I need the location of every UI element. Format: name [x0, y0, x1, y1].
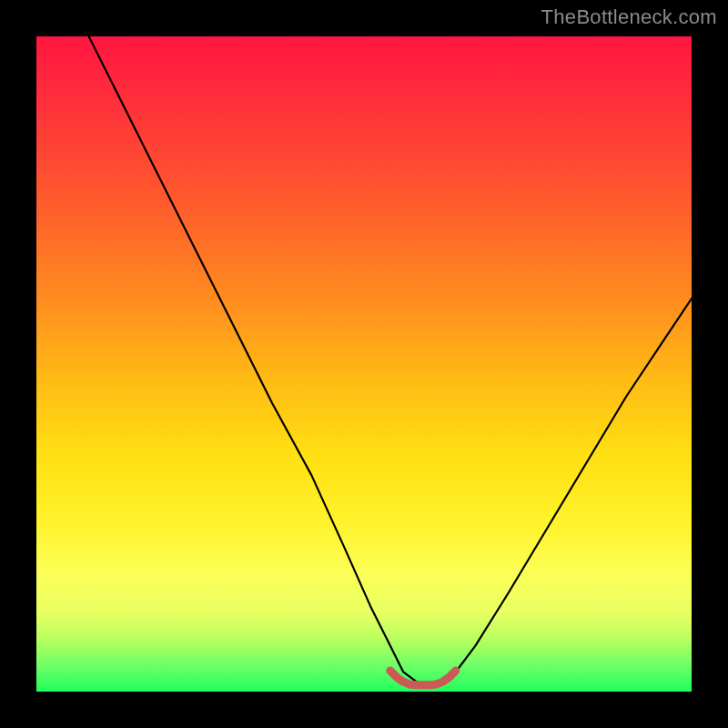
watermark-text: TheBottleneck.com	[541, 5, 717, 29]
bottleneck-curve	[89, 36, 692, 685]
optimal-band-highlight	[390, 671, 456, 685]
curve-svg	[36, 36, 692, 692]
chart-frame: TheBottleneck.com	[0, 0, 728, 728]
plot-area	[36, 36, 692, 692]
